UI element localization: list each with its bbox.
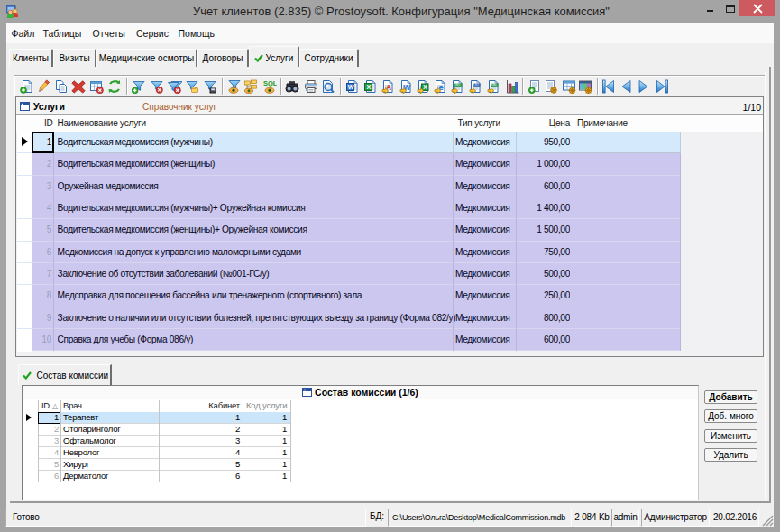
svg-text:W: W xyxy=(348,83,354,91)
svg-text:X: X xyxy=(366,83,371,91)
svg-text:SQL: SQL xyxy=(263,79,277,87)
svg-text:XML: XML xyxy=(491,83,497,87)
svg-text:ISO: ISO xyxy=(455,83,461,87)
svg-text:X: X xyxy=(423,84,427,90)
svg-text:TXT: TXT xyxy=(473,83,479,87)
